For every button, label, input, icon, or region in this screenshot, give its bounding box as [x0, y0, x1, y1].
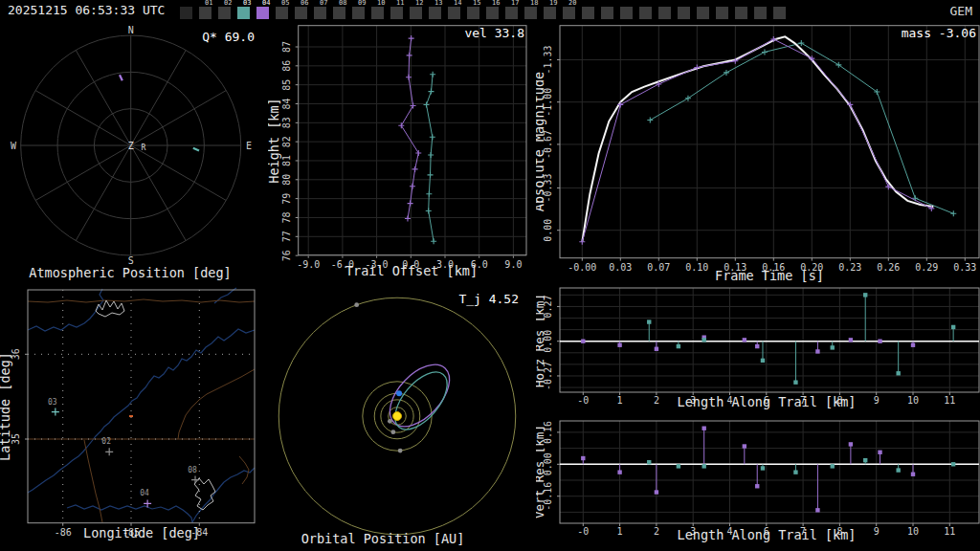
station-label: 07 [320, 0, 327, 7]
axis-label: Vert Res [km] [536, 425, 546, 518]
station-label: 04 [262, 0, 270, 7]
data-point-marker [426, 209, 432, 214]
data-point-marker [685, 96, 691, 101]
station-indicator-blank [697, 0, 716, 21]
station-square [486, 7, 499, 19]
tick-label: 80 [281, 174, 292, 186]
tick-label: -86 [55, 527, 72, 538]
residual-point-03 [951, 325, 955, 329]
timestamp: 20251215 06:53:33 UTC [8, 3, 165, 17]
station-square [390, 7, 403, 19]
station-indicator-blank [773, 0, 792, 21]
tick-label: 79 [281, 193, 292, 205]
residual-point-03 [647, 460, 651, 464]
tick-label: 9 [874, 395, 880, 406]
tick-label: -0 [577, 395, 589, 406]
meteor-track-03 [193, 148, 199, 151]
station-square [754, 7, 767, 19]
height-vs-trail-panel: -9.0-6.0-3.00.03.06.09.07677787980818283… [268, 21, 536, 287]
map-station-label-04: 04 [140, 489, 149, 497]
tick-label: -0.00 [568, 262, 596, 273]
station-square [582, 7, 594, 19]
station-label: 02 [224, 0, 232, 7]
residual-point-04 [743, 338, 746, 342]
tick-label: 2 [654, 395, 659, 406]
axis-label: Frame Time [s] [715, 268, 824, 283]
axis-label: Length Along Trail [km] [678, 527, 857, 542]
data-point-marker [423, 101, 429, 107]
corner-value: mass -3.06 [902, 26, 976, 40]
station-indicator-blank [582, 0, 601, 21]
map-station-marker-03 [52, 408, 59, 416]
residual-point-03 [677, 344, 680, 348]
axis-label: Height [km] [268, 98, 281, 183]
residual-point-03 [896, 371, 900, 375]
station-label: 01 [205, 0, 212, 7]
tick-label: 84 [281, 98, 292, 109]
tick-label: 82 [281, 136, 292, 147]
data-point-marker [724, 70, 729, 76]
station-indicator-06: 06 [295, 0, 314, 21]
station-indicator-07: 07 [314, 0, 333, 21]
station-label: 06 [301, 0, 308, 7]
orbital-position-panel: T_j 4.52Orbital Position [AU] [268, 287, 536, 551]
station-square [544, 7, 556, 19]
station-indicator-blank [716, 0, 735, 21]
tick-label: 87 [281, 41, 292, 53]
residual-point-04 [655, 490, 658, 494]
residual-point-04 [755, 484, 759, 488]
plot-shape [131, 145, 187, 241]
axis-label: Absolute Magnitude [536, 72, 546, 211]
tick-label: 86 [281, 60, 292, 72]
station-label: 15 [473, 0, 480, 7]
station-indicator-15: 15 [467, 0, 486, 21]
residual-point-03 [863, 458, 867, 462]
tick-label: 76 [281, 250, 292, 261]
tisserand-value: T_j 4.52 [458, 292, 519, 306]
map-feature-river [224, 468, 255, 482]
station-label: 17 [511, 0, 519, 7]
tick-label: 0.23 [838, 262, 861, 273]
horizontal-residuals-plot: -01234678910110.270.00-0.27Length Along … [536, 287, 980, 418]
residual-point-04 [617, 470, 621, 474]
station-square [429, 7, 441, 19]
data-point-marker [762, 49, 768, 55]
residual-point-04 [581, 456, 585, 460]
data-point-marker [428, 152, 434, 158]
residual-point-03 [863, 293, 867, 297]
station-indicator-blank [678, 0, 697, 21]
planet-earth [396, 390, 402, 396]
map-feature-border [84, 440, 102, 522]
axis-label: Longitude [deg] [83, 525, 200, 540]
station-square [639, 7, 652, 19]
residual-point-04 [655, 347, 658, 351]
axis-label: Latitude [deg] [0, 352, 12, 461]
station-indicator-blank [639, 0, 658, 21]
corner-value: vel 33.8 [464, 26, 524, 40]
station-label: 20 [568, 0, 576, 7]
residual-point-03 [702, 338, 705, 342]
planet-jupiter [354, 302, 359, 307]
data-point-marker [431, 238, 436, 244]
residual-point-03 [761, 466, 765, 470]
station-square [276, 7, 288, 19]
plot-shape [131, 145, 227, 201]
station-square [524, 7, 537, 19]
map-feature-border [28, 299, 255, 302]
map-feature-border [178, 369, 255, 439]
data-point-marker [835, 62, 841, 68]
residual-point-03 [793, 470, 797, 474]
station-square [735, 7, 747, 19]
residual-point-04 [743, 444, 746, 448]
series-04 [582, 39, 931, 242]
plot-frame [299, 26, 526, 255]
tick-label: 0.33 [953, 262, 976, 273]
data-point-marker [950, 210, 956, 216]
station-label: 09 [358, 0, 366, 7]
map-feature-river [28, 289, 103, 331]
station-label: 18 [530, 0, 538, 7]
station-square [448, 7, 460, 19]
station-indicator-blank [601, 0, 620, 21]
data-point-marker [798, 40, 804, 46]
station-label: 19 [549, 0, 557, 7]
